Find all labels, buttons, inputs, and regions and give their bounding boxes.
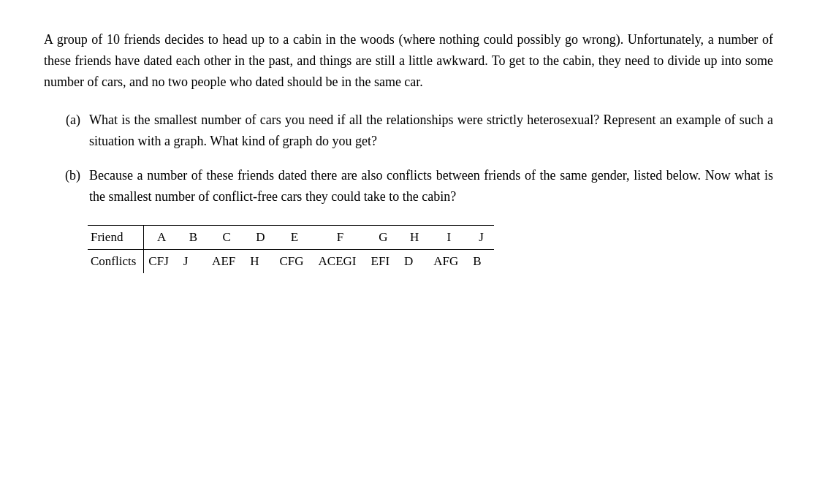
conflict-c: AEF xyxy=(208,250,246,273)
conflict-e: CFG xyxy=(276,250,314,273)
conflict-table: Friend A B C D E F G H I J Conflicts CFJ… xyxy=(88,225,494,273)
col-j-header: J xyxy=(468,225,494,250)
col-g-header: G xyxy=(367,225,400,250)
part-b-label: (b) xyxy=(58,165,80,186)
col-h-header: H xyxy=(400,225,429,250)
conflict-table-wrapper: Friend A B C D E F G H I J Conflicts CFJ… xyxy=(88,225,773,273)
friend-header: Friend xyxy=(88,225,144,250)
col-b-header: B xyxy=(179,225,208,250)
conflict-g: EFI xyxy=(367,250,400,273)
conflict-b: J xyxy=(179,250,208,273)
conflicts-row: Conflicts CFJ J AEF H CFG ACEGI EFI D AF… xyxy=(88,250,494,273)
parts-list: (a) What is the smallest number of cars … xyxy=(58,110,773,207)
col-i-header: I xyxy=(429,225,468,250)
main-paragraph: A group of 10 friends decides to head up… xyxy=(44,29,773,92)
conflict-j: B xyxy=(468,250,494,273)
conflict-h: D xyxy=(400,250,429,273)
table-header-row: Friend A B C D E F G H I J xyxy=(88,225,494,250)
part-b: (b) Because a number of these friends da… xyxy=(58,165,773,207)
col-c-header: C xyxy=(208,225,246,250)
conflict-i: AFG xyxy=(429,250,468,273)
conflict-f: ACEGI xyxy=(314,250,367,273)
part-a-label: (a) xyxy=(58,110,80,131)
col-e-header: E xyxy=(276,225,314,250)
col-a-header: A xyxy=(144,225,179,250)
part-b-content: Because a number of these friends dated … xyxy=(89,165,773,207)
col-f-header: F xyxy=(314,225,367,250)
part-a-content: What is the smallest number of cars you … xyxy=(89,110,773,152)
part-a: (a) What is the smallest number of cars … xyxy=(58,110,773,152)
conflict-d: H xyxy=(246,250,275,273)
col-d-header: D xyxy=(246,225,275,250)
conflict-a: CFJ xyxy=(144,250,179,273)
conflicts-row-label: Conflicts xyxy=(88,250,144,273)
